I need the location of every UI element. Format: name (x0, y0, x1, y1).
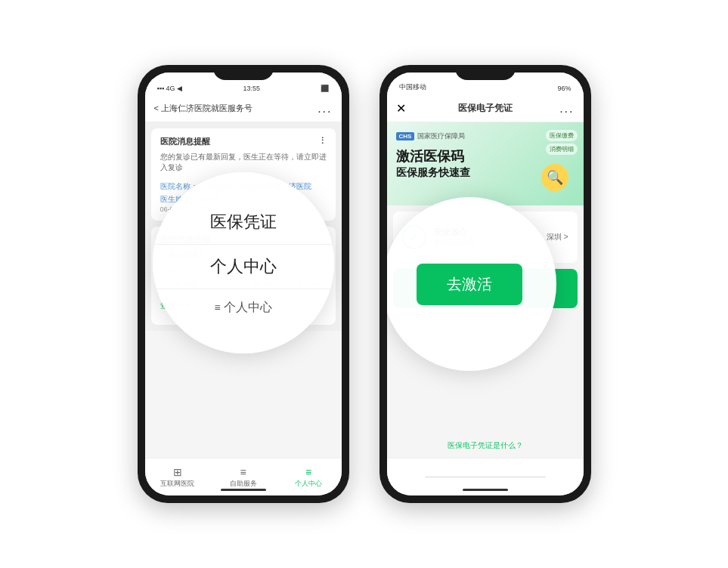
popup-circle-1: 医保凭证 个人中心 ≡ 个人中心 (153, 172, 334, 353)
location-label[interactable]: 深圳 > (547, 232, 568, 242)
phone-1: ▪▪▪ 4G ◀ 13:55 ⬛ < 上海仁济医院就医服务号 ... 医院消息提… (138, 65, 349, 503)
home-indicator-2 (463, 489, 508, 491)
phone-1-screen: ▪▪▪ 4G ◀ 13:55 ⬛ < 上海仁济医院就医服务号 ... 医院消息提… (145, 73, 342, 495)
phone-2: 中国移动 96% ✕ 医保电子凭证 ... CHS 国家医疗保障局 激活医保码 … (379, 65, 591, 503)
tag-detail: 消费明细 (546, 144, 578, 155)
nav-bar-2: ✕ 医保电子凭证 ... (387, 95, 584, 122)
tag-payment: 医保缴费 (546, 130, 578, 141)
med-banner: CHS 国家医疗保障局 激活医保码 医保服务快速查 医保缴费 消费明细 🔍 (387, 122, 584, 205)
bottom-question[interactable]: 医保电子凭证是什么？ (387, 437, 584, 454)
notch-2 (455, 65, 516, 80)
popup-item-personal[interactable]: 个人中心 (153, 245, 334, 289)
signal-2: 中国移动 (399, 82, 426, 92)
popup-item-medical[interactable]: 医保凭证 (153, 200, 334, 245)
phone-2-screen: 中国移动 96% ✕ 医保电子凭证 ... CHS 国家医疗保障局 激活医保码 … (387, 73, 584, 495)
nav-title-2: 医保电子凭证 (458, 102, 513, 115)
menu-icon: ≡ (214, 301, 220, 313)
popup-circle-2: 去激活 (387, 197, 556, 371)
search-badge: 🔍 (541, 164, 568, 191)
nav-more-2[interactable]: ... (559, 102, 574, 116)
popup-item-menu[interactable]: ≡ 个人中心 (153, 289, 334, 326)
close-btn-2[interactable]: ✕ (396, 101, 406, 116)
chs-badge: CHS (396, 132, 415, 140)
activate-inner-btn[interactable]: 去激活 (417, 264, 522, 305)
popup-item3-label: 个人中心 (224, 300, 272, 316)
med-banner-org: 国家医疗保障局 (417, 131, 465, 141)
popup-overlay-1: 医保凭证 个人中心 ≡ 个人中心 (145, 73, 342, 495)
banner-tags: 医保缴费 消费明细 (546, 130, 578, 155)
battery-2: 96% (557, 85, 571, 92)
